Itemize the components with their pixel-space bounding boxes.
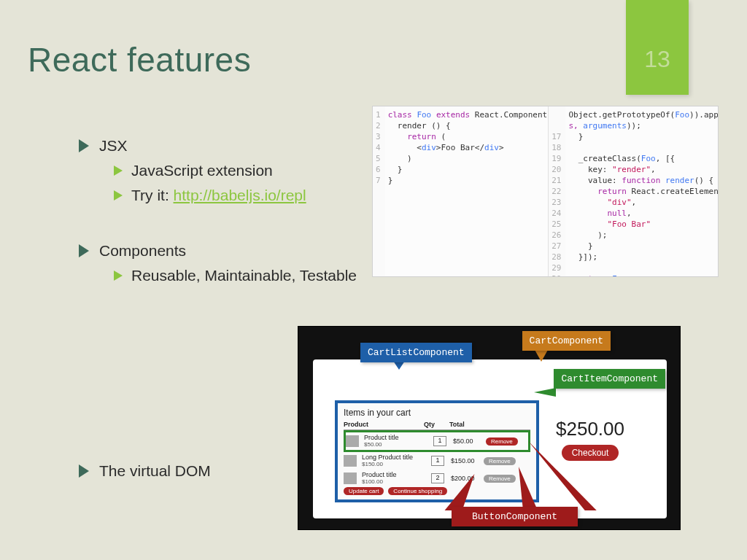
bullet-components: Components — [79, 242, 357, 260]
callout-cart-item-component: CartItemComponent — [554, 369, 665, 389]
code-compiled-output: 17 18 19 20 21 22 23 24 25 26 27 28 29 3… — [549, 106, 718, 276]
row-total: $50.00 — [453, 438, 484, 445]
product-info: Product title$100.00 — [362, 472, 425, 485]
code-block: class Foo extends React.Component { rend… — [385, 106, 560, 276]
product-info: Product title$50.00 — [364, 435, 427, 448]
bullet-jsx: JSX — [79, 137, 357, 155]
callout-cart-component: CartComponent — [522, 331, 611, 351]
remove-button[interactable]: Remove — [484, 457, 516, 465]
triangle-icon — [114, 271, 123, 281]
qty-input[interactable]: 1 — [431, 456, 444, 466]
page-number-box: 13 — [626, 0, 689, 95]
cart-table-header: Product Qty Total — [344, 421, 530, 430]
cart-item-row: Long Product title$150.001$150.00Remove — [344, 452, 530, 470]
slide-title: React features — [28, 40, 251, 79]
qty-input[interactable]: 1 — [433, 436, 446, 446]
triangle-icon — [114, 166, 123, 176]
triangle-icon — [79, 139, 89, 152]
remove-button[interactable]: Remove — [486, 438, 518, 446]
update-cart-button[interactable]: Update cart — [344, 487, 384, 495]
code-jsx-source: 1 2 3 4 5 6 7 class Foo extends React.Co… — [373, 106, 549, 276]
code-comparison-panel: 1 2 3 4 5 6 7 class Foo extends React.Co… — [372, 106, 719, 277]
callout-button-component: ButtonComponent — [452, 507, 578, 526]
hdr-product: Product — [344, 421, 424, 428]
qty-input[interactable]: 2 — [431, 473, 444, 483]
cart-list-component-box: Items in your cart Product Qty Total Pro… — [335, 400, 539, 502]
bullet-text: The virtual DOM — [99, 462, 211, 480]
bullet-components-sub1: Reusable, Maintainable, Testable — [114, 267, 357, 284]
triangle-icon — [79, 464, 89, 478]
callout-cart-list-component: CartListComponent — [360, 343, 472, 362]
bullet-text: Try it: — [131, 187, 174, 203]
cart-total-amount: $250.00 — [539, 418, 641, 440]
row-total: $150.00 — [451, 457, 481, 464]
product-thumb-icon — [344, 455, 357, 467]
bullet-text: JSX — [99, 137, 128, 155]
bullet-text: JavaScript extension — [131, 162, 273, 179]
product-info: Long Product title$150.00 — [362, 454, 425, 467]
line-numbers: 1 2 3 4 5 6 7 — [373, 106, 385, 276]
line-numbers: 17 18 19 20 21 22 23 24 25 26 27 28 29 3… — [549, 106, 565, 276]
cart-item-row: Product title$50.001$50.00Remove — [344, 430, 530, 452]
product-thumb-icon — [346, 435, 359, 447]
triangle-icon — [79, 244, 89, 257]
continue-shopping-button[interactable]: Continue shopping — [388, 487, 447, 495]
bullet-jsx-sub2: Try it: http://babeljs.io/repl — [114, 187, 357, 204]
page-number: 13 — [644, 46, 670, 73]
cart-item-row: Product title$100.002$200.00Remove — [344, 470, 530, 487]
bullet-text: Components — [99, 242, 186, 260]
cart-list-title: Items in your cart — [344, 408, 530, 418]
hdr-total: Total — [449, 421, 486, 428]
checkout-button[interactable]: Checkout — [562, 445, 619, 461]
babel-repl-link[interactable]: http://babeljs.io/repl — [174, 187, 306, 203]
bullet-text: Reusable, Maintainable, Testable — [131, 267, 357, 284]
cart-total-box: $250.00 Checkout — [539, 418, 641, 461]
component-diagram: Items in your cart Product Qty Total Pro… — [298, 326, 681, 530]
hdr-qty: Qty — [424, 421, 449, 428]
remove-button[interactable]: Remove — [484, 475, 516, 483]
triangle-icon — [114, 190, 123, 201]
product-thumb-icon — [344, 472, 357, 484]
bullet-jsx-sub1: JavaScript extension — [114, 162, 357, 179]
callout-pointer-icon — [534, 388, 556, 397]
code-block: Object.getPrototypeOf(Foo)).apply(thi s,… — [565, 106, 718, 276]
